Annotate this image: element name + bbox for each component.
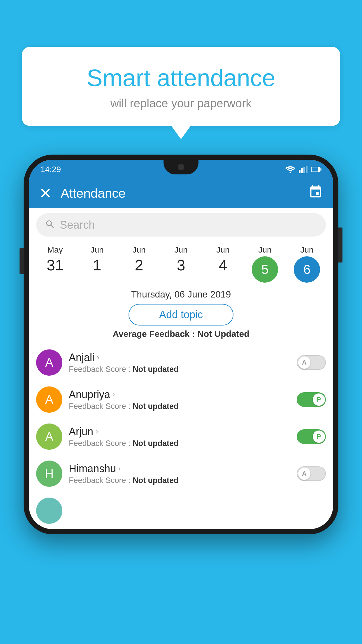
svg-rect-2 bbox=[301, 168, 303, 173]
student-row-himanshu: H Himanshu › Feedback Score : Not update… bbox=[36, 455, 326, 492]
feedback-anjali: Feedback Score : Not updated bbox=[69, 365, 290, 374]
svg-rect-4 bbox=[306, 166, 307, 173]
search-placeholder: Search bbox=[60, 219, 95, 231]
camera bbox=[178, 164, 184, 170]
chevron-icon: › bbox=[118, 464, 121, 473]
student-row-anjali: A Anjali › Feedback Score : Not updated … bbox=[36, 344, 326, 381]
svg-rect-6 bbox=[320, 168, 321, 171]
status-icons bbox=[285, 166, 321, 173]
student-name-anjali: Anjali › bbox=[69, 351, 290, 364]
chevron-icon: › bbox=[97, 353, 99, 362]
phone-wrapper: 14:29 bbox=[24, 155, 338, 534]
search-bar[interactable]: Search bbox=[36, 213, 326, 237]
bubble-subtitle: will replace your paperwork bbox=[36, 97, 326, 110]
student-info-arjun[interactable]: Arjun › Feedback Score : Not updated bbox=[69, 426, 290, 448]
wifi-icon bbox=[285, 166, 295, 173]
date-row: May 31 Jun 1 Jun 2 Jun 3 Jun 4 bbox=[29, 242, 333, 283]
avg-feedback: Average Feedback : Not Updated bbox=[29, 329, 333, 339]
feedback-himanshu: Feedback Score : Not updated bbox=[69, 476, 290, 485]
student-name-arjun: Arjun › bbox=[69, 426, 290, 438]
student-list: A Anjali › Feedback Score : Not updated … bbox=[29, 344, 333, 529]
toggle-anupriya[interactable]: P bbox=[297, 392, 326, 407]
app-bar: ✕ Attendance bbox=[29, 179, 333, 208]
student-info-anjali[interactable]: Anjali › Feedback Score : Not updated bbox=[69, 351, 290, 374]
bubble-title: Smart attendance bbox=[36, 64, 326, 92]
avatar-anjali: A bbox=[36, 349, 62, 376]
svg-rect-3 bbox=[303, 167, 305, 173]
close-button[interactable]: ✕ bbox=[39, 186, 52, 201]
avatar-anupriya: A bbox=[36, 386, 62, 413]
student-info-anupriya[interactable]: Anupriya › Feedback Score : Not updated bbox=[69, 388, 290, 411]
toggle-anjali[interactable]: A bbox=[297, 355, 326, 370]
selected-date-label: Thursday, 06 June 2019 bbox=[29, 289, 333, 300]
battery-icon bbox=[311, 166, 321, 173]
status-bar: 14:29 bbox=[29, 160, 333, 179]
student-row-anupriya: A Anupriya › Feedback Score : Not update… bbox=[36, 381, 326, 418]
avatar-himanshu: H bbox=[36, 461, 62, 487]
app-title: Attendance bbox=[61, 186, 308, 201]
notch bbox=[164, 160, 198, 174]
date-col-6[interactable]: Jun 6 bbox=[288, 245, 326, 283]
student-name-anupriya: Anupriya › bbox=[69, 388, 290, 401]
avatar-partial bbox=[36, 498, 62, 524]
date-col-1[interactable]: Jun 1 bbox=[78, 245, 116, 283]
date-col-0[interactable]: May 31 bbox=[36, 245, 74, 283]
speech-bubble: Smart attendance will replace your paper… bbox=[22, 47, 340, 126]
date-col-2[interactable]: Jun 2 bbox=[120, 245, 158, 283]
date-col-4[interactable]: Jun 4 bbox=[204, 245, 242, 283]
chevron-icon: › bbox=[96, 427, 98, 436]
svg-rect-1 bbox=[299, 170, 301, 173]
date-col-5[interactable]: Jun 5 bbox=[246, 245, 284, 283]
search-icon bbox=[45, 219, 55, 231]
toggle-himanshu[interactable]: A bbox=[297, 466, 326, 481]
chevron-icon: › bbox=[113, 390, 115, 399]
feedback-anupriya: Feedback Score : Not updated bbox=[69, 402, 290, 411]
phone-screen: 14:29 bbox=[29, 160, 333, 529]
student-info-himanshu[interactable]: Himanshu › Feedback Score : Not updated bbox=[69, 463, 290, 485]
student-row-partial bbox=[36, 492, 326, 529]
toggle-arjun[interactable]: P bbox=[297, 429, 326, 444]
calendar-icon[interactable] bbox=[308, 185, 323, 202]
signal-icon bbox=[299, 166, 307, 173]
svg-rect-7 bbox=[312, 167, 318, 172]
avatar-arjun: A bbox=[36, 424, 62, 450]
feedback-arjun: Feedback Score : Not updated bbox=[69, 439, 290, 448]
svg-point-0 bbox=[290, 172, 291, 173]
add-topic-button[interactable]: Add topic bbox=[129, 304, 233, 326]
student-name-himanshu: Himanshu › bbox=[69, 463, 290, 475]
date-col-3[interactable]: Jun 3 bbox=[162, 245, 200, 283]
student-row-arjun: A Arjun › Feedback Score : Not updated P bbox=[36, 418, 326, 455]
status-time: 14:29 bbox=[41, 165, 61, 174]
phone-outer: 14:29 bbox=[24, 155, 338, 534]
